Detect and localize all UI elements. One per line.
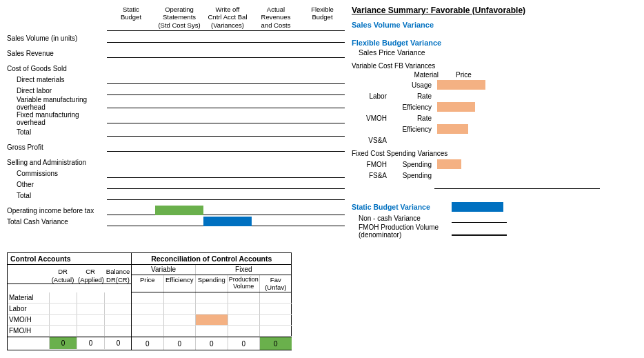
row-operating-income: Operating income before tax (7, 205, 338, 216)
cell-com-1 (107, 168, 155, 178)
cell-ct-1 (107, 127, 155, 137)
sales-price-variance-label: Sales Price Variance (359, 48, 637, 57)
cell-gp-1 (107, 142, 155, 152)
row-direct-labor: Direct labor (7, 85, 338, 96)
recon-group-fixed: Fixed (196, 265, 291, 275)
ctrl-title: Control Accounts (8, 253, 132, 265)
recon-title: Reconciliation of Control Accounts (132, 253, 291, 265)
labor-bal (104, 304, 132, 314)
recon-group-variable: Variable (132, 265, 196, 275)
cell-fm-2 (155, 114, 203, 123)
fmoh-bal (104, 326, 132, 336)
material-fav (260, 292, 292, 304)
cell-fm-4 (252, 114, 300, 123)
cell-sga-0-5 (300, 157, 345, 167)
cell-tc-2 (155, 217, 203, 226)
material-price (132, 292, 164, 304)
recon-col-fav: Fav (Unfav) (260, 275, 292, 292)
ctrl-left-block: DR(Actual) CR(Applied) BalanceDR(CR) (8, 265, 132, 292)
cell-cogs-0-5 (300, 63, 345, 73)
bottom-section: Control Accounts Reconciliation of Contr… (7, 252, 637, 350)
cell-dl-3 (203, 86, 252, 95)
cell-sgat-4 (252, 190, 300, 200)
var-row-vmoh-eff: Efficiency (352, 123, 637, 135)
vmoh-efficiency (164, 315, 197, 326)
cell-sgat-1 (107, 190, 155, 200)
fmoh-production-row: FMOH Production Volume (denominator) (359, 223, 637, 239)
cell-oth-5 (300, 179, 345, 189)
material-bal (104, 292, 132, 303)
cell-fm-3 (203, 114, 252, 123)
var-row-vsa-l1: VS&A (352, 137, 390, 144)
cell-vm-2 (155, 99, 203, 108)
vmoh-price (132, 315, 164, 326)
non-cash-line (452, 213, 507, 223)
cell-cogs-0-4 (252, 63, 300, 73)
var-bar-vmoh-eff (434, 124, 490, 134)
vmoh-spending-orange (196, 315, 228, 326)
label-other: Other (7, 181, 107, 188)
cell-ct-5 (300, 127, 345, 137)
static-budget-bar (452, 202, 503, 212)
label-direct-labor: Direct labor (7, 87, 107, 95)
cell-oth-3 (203, 179, 252, 189)
recon-right-block: Variable Fixed Price Efficiency Spending… (132, 265, 291, 292)
vmoh-data-row: VMO/H (8, 315, 131, 326)
cell-ct-3 (203, 127, 252, 137)
row-cogs-title: Cost of Goods Sold (7, 63, 338, 74)
row-gross-profit: Gross Profit (7, 141, 338, 152)
cell-dm-1 (107, 74, 155, 84)
fmoh-production-label: FMOH Production Volume (denominator) (359, 223, 452, 239)
var-row-usage: Usage (352, 79, 637, 90)
vmoh-prod-vol (228, 315, 261, 326)
non-cash-variance-label: Non - cash Variance (359, 215, 452, 222)
label-sales-revenue: Sales Revenue (7, 50, 107, 57)
cell-oth-2 (155, 179, 203, 189)
cell-sr-5 (300, 48, 345, 58)
ctrl-left-header: DR(Actual) CR(Applied) BalanceDR(CR) (8, 265, 131, 284)
var-row-labor-l1: Labor (352, 92, 390, 100)
var-row-labor-rate: Labor Rate (352, 90, 637, 101)
var-col-h-material-label: Material (396, 71, 441, 79)
var-row-labor-rate-l2: Rate (390, 92, 434, 100)
cell-dm-3 (203, 74, 252, 84)
cell-oi-2-green (155, 206, 203, 215)
cell-sr-3 (203, 48, 252, 58)
var-row-labor-eff: Efficiency (352, 101, 637, 112)
cell-cogs-0-2 (155, 63, 203, 73)
row-sales-volume: Sales Volume (in units) (7, 32, 338, 43)
labor-fav (260, 304, 292, 315)
total-bal: 0 (104, 337, 132, 349)
cell-gp-2 (155, 142, 203, 152)
label-variable-mfg: Variable manufacturing overhead (7, 96, 107, 111)
cell-dm-5 (300, 74, 345, 84)
var-row-usage-l2: Usage (390, 81, 434, 89)
material-prod-vol (228, 292, 261, 304)
labor-eff-bar (437, 102, 475, 112)
cell-com-3 (203, 168, 252, 178)
cell-sv-4 (252, 33, 300, 43)
fmoh-prod-vol (228, 326, 261, 337)
material-recon (132, 292, 291, 304)
usage-bar (437, 80, 485, 90)
cell-sgat-3 (203, 190, 252, 200)
recon-col-prod-vol: Production Volume (228, 275, 261, 292)
fmoh-price (132, 326, 164, 337)
row-other: Other (7, 179, 338, 190)
non-cash-variance-row: Non - cash Variance (359, 212, 637, 223)
var-row-vmoh-rate-l2: Rate (390, 115, 434, 122)
row-sales-revenue: Sales Revenue (7, 48, 338, 59)
cell-cogs-0-1 (107, 63, 155, 73)
label-gross-profit: Gross Profit (7, 143, 107, 151)
label-cogs: Cost of Goods Sold (7, 65, 107, 72)
cell-fm-5 (300, 114, 345, 123)
ctrl-col-h-dr: DR(Actual) (49, 268, 77, 284)
cell-fm-1 (107, 114, 155, 123)
labor-data-row: Labor (8, 304, 131, 315)
ctrl-col-h-bal: BalanceDR(CR) (104, 268, 132, 284)
cell-sr-4 (252, 48, 300, 58)
labor-prod-vol (228, 304, 261, 315)
table-row-labor: Labor (8, 304, 291, 315)
var-row-fsa-spending-l2: Spending (390, 172, 434, 179)
cell-sga-0-1 (107, 157, 155, 167)
